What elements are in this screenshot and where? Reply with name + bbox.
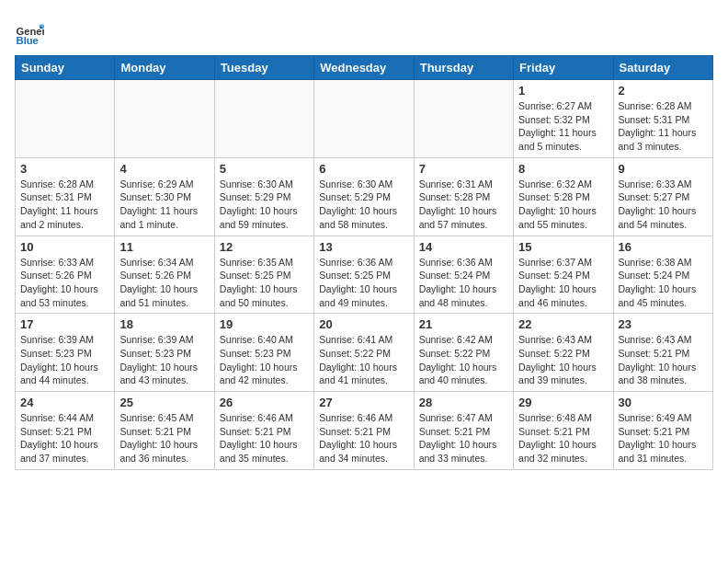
day-info: Sunrise: 6:44 AMSunset: 5:21 PMDaylight:… [20,411,109,465]
calendar-cell: 23Sunrise: 6:43 AMSunset: 5:21 PMDayligh… [613,314,712,392]
day-number: 3 [20,162,109,176]
day-info: Sunrise: 6:31 AMSunset: 5:28 PMDaylight:… [419,178,508,232]
calendar-cell: 13Sunrise: 6:36 AMSunset: 5:25 PMDayligh… [314,236,414,314]
calendar-cell: 20Sunrise: 6:41 AMSunset: 5:22 PMDayligh… [314,314,414,392]
day-info: Sunrise: 6:29 AMSunset: 5:30 PMDaylight:… [119,178,209,232]
day-info: Sunrise: 6:38 AMSunset: 5:24 PMDaylight:… [619,256,708,310]
day-info: Sunrise: 6:28 AMSunset: 5:31 PMDaylight:… [20,178,109,232]
calendar-cell: 26Sunrise: 6:46 AMSunset: 5:21 PMDayligh… [214,392,313,470]
weekday-header-saturday: Saturday [613,56,712,80]
calendar-cell: 14Sunrise: 6:36 AMSunset: 5:24 PMDayligh… [414,236,513,314]
calendar-cell: 16Sunrise: 6:38 AMSunset: 5:24 PMDayligh… [613,236,712,314]
day-number: 26 [220,396,309,409]
day-info: Sunrise: 6:41 AMSunset: 5:22 PMDaylight:… [319,333,408,387]
day-info: Sunrise: 6:35 AMSunset: 5:25 PMDaylight:… [220,256,309,310]
calendar-cell: 29Sunrise: 6:48 AMSunset: 5:21 PMDayligh… [514,392,613,470]
calendar-cell: 6Sunrise: 6:30 AMSunset: 5:29 PMDaylight… [314,157,414,236]
day-number: 22 [518,317,608,331]
day-number: 4 [119,162,209,176]
day-info: Sunrise: 6:33 AMSunset: 5:27 PMDaylight:… [619,178,708,232]
calendar-week-5: 24Sunrise: 6:44 AMSunset: 5:21 PMDayligh… [16,392,713,470]
day-info: Sunrise: 6:36 AMSunset: 5:24 PMDaylight:… [419,256,508,310]
calendar-cell: 1Sunrise: 6:27 AMSunset: 5:32 PMDaylight… [514,80,613,158]
calendar-header-row: SundayMondayTuesdayWednesdayThursdayFrid… [16,56,713,80]
day-info: Sunrise: 6:46 AMSunset: 5:21 PMDaylight:… [319,411,408,465]
day-number: 28 [419,396,508,409]
day-number: 19 [220,317,309,331]
day-info: Sunrise: 6:39 AMSunset: 5:23 PMDaylight:… [20,333,109,387]
day-number: 10 [20,240,109,254]
day-number: 12 [220,240,309,254]
day-number: 21 [419,317,508,331]
page-header: General Blue [15,15,713,48]
calendar-cell: 22Sunrise: 6:43 AMSunset: 5:22 PMDayligh… [514,314,613,392]
calendar-cell [115,80,214,158]
calendar-week-4: 17Sunrise: 6:39 AMSunset: 5:23 PMDayligh… [16,314,713,392]
calendar-cell: 9Sunrise: 6:33 AMSunset: 5:27 PMDaylight… [613,157,712,236]
calendar-week-1: 1Sunrise: 6:27 AMSunset: 5:32 PMDaylight… [16,80,713,158]
calendar-cell [214,80,313,158]
day-info: Sunrise: 6:32 AMSunset: 5:28 PMDaylight:… [518,178,608,232]
calendar-cell: 19Sunrise: 6:40 AMSunset: 5:23 PMDayligh… [214,314,313,392]
day-info: Sunrise: 6:28 AMSunset: 5:31 PMDaylight:… [619,99,708,154]
calendar-cell: 8Sunrise: 6:32 AMSunset: 5:28 PMDaylight… [514,157,613,236]
calendar-cell [314,80,414,158]
day-number: 1 [518,84,608,98]
day-info: Sunrise: 6:43 AMSunset: 5:21 PMDaylight:… [619,333,708,387]
day-info: Sunrise: 6:30 AMSunset: 5:29 PMDaylight:… [220,178,309,232]
calendar-cell: 17Sunrise: 6:39 AMSunset: 5:23 PMDayligh… [16,314,115,392]
calendar-cell: 10Sunrise: 6:33 AMSunset: 5:26 PMDayligh… [16,236,115,314]
weekday-header-thursday: Thursday [414,56,513,80]
weekday-header-sunday: Sunday [16,56,115,80]
day-number: 9 [619,162,708,176]
weekday-header-tuesday: Tuesday [214,56,313,80]
calendar-cell: 18Sunrise: 6:39 AMSunset: 5:23 PMDayligh… [115,314,214,392]
day-info: Sunrise: 6:48 AMSunset: 5:21 PMDaylight:… [518,411,608,465]
day-info: Sunrise: 6:47 AMSunset: 5:21 PMDaylight:… [419,411,508,465]
calendar-cell [414,80,513,158]
calendar-cell: 27Sunrise: 6:46 AMSunset: 5:21 PMDayligh… [314,392,414,470]
calendar-cell [16,80,115,158]
calendar-week-2: 3Sunrise: 6:28 AMSunset: 5:31 PMDaylight… [16,157,713,236]
day-info: Sunrise: 6:27 AMSunset: 5:32 PMDaylight:… [518,99,608,154]
day-number: 2 [619,84,708,98]
day-info: Sunrise: 6:37 AMSunset: 5:24 PMDaylight:… [518,256,608,310]
day-number: 7 [419,162,508,176]
day-info: Sunrise: 6:43 AMSunset: 5:22 PMDaylight:… [518,333,608,387]
day-info: Sunrise: 6:30 AMSunset: 5:29 PMDaylight:… [319,178,408,232]
day-number: 17 [20,317,109,331]
weekday-header-monday: Monday [115,56,214,80]
day-number: 6 [319,162,408,176]
calendar-week-3: 10Sunrise: 6:33 AMSunset: 5:26 PMDayligh… [16,236,713,314]
calendar-cell: 2Sunrise: 6:28 AMSunset: 5:31 PMDaylight… [613,80,712,158]
calendar-cell: 15Sunrise: 6:37 AMSunset: 5:24 PMDayligh… [514,236,613,314]
day-info: Sunrise: 6:45 AMSunset: 5:21 PMDaylight:… [119,411,209,465]
calendar-cell: 21Sunrise: 6:42 AMSunset: 5:22 PMDayligh… [414,314,513,392]
calendar-cell: 12Sunrise: 6:35 AMSunset: 5:25 PMDayligh… [214,236,313,314]
day-number: 24 [20,396,109,409]
calendar-cell: 24Sunrise: 6:44 AMSunset: 5:21 PMDayligh… [16,392,115,470]
day-number: 14 [419,240,508,254]
day-info: Sunrise: 6:46 AMSunset: 5:21 PMDaylight:… [220,411,309,465]
calendar-cell: 30Sunrise: 6:49 AMSunset: 5:21 PMDayligh… [613,392,712,470]
calendar-table: SundayMondayTuesdayWednesdayThursdayFrid… [15,55,713,470]
day-number: 18 [119,317,209,331]
day-info: Sunrise: 6:40 AMSunset: 5:23 PMDaylight:… [220,333,309,387]
day-number: 27 [319,396,408,409]
calendar-cell: 3Sunrise: 6:28 AMSunset: 5:31 PMDaylight… [16,157,115,236]
day-number: 15 [518,240,608,254]
day-number: 16 [619,240,708,254]
day-number: 29 [518,396,608,409]
calendar-cell: 7Sunrise: 6:31 AMSunset: 5:28 PMDaylight… [414,157,513,236]
day-info: Sunrise: 6:39 AMSunset: 5:23 PMDaylight:… [119,333,209,387]
calendar-cell: 5Sunrise: 6:30 AMSunset: 5:29 PMDaylight… [214,157,313,236]
day-number: 20 [319,317,408,331]
calendar-cell: 28Sunrise: 6:47 AMSunset: 5:21 PMDayligh… [414,392,513,470]
day-number: 25 [119,396,209,409]
day-info: Sunrise: 6:33 AMSunset: 5:26 PMDaylight:… [20,256,109,310]
logo-icon: General Blue [15,18,44,48]
day-number: 8 [518,162,608,176]
day-number: 30 [619,396,708,409]
weekday-header-friday: Friday [514,56,613,80]
logo: General Blue [15,18,44,48]
